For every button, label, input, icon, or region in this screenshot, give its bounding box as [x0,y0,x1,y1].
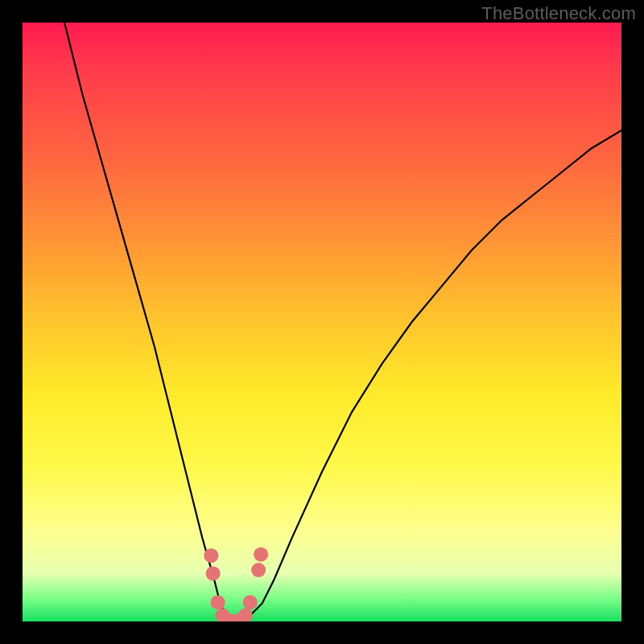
highlight-dot [243,595,258,609]
curve-layer [23,23,621,621]
plot-area [23,23,621,621]
highlight-dots [204,547,268,621]
chart-frame: TheBottleneck.com [0,0,644,644]
highlight-dot [254,547,268,562]
highlight-dot [211,595,225,609]
highlight-dot [251,563,266,577]
highlight-dot [206,566,221,580]
highlight-dot [204,548,218,563]
watermark-text: TheBottleneck.com [481,3,636,24]
bottleneck-curve [64,23,621,621]
highlight-dot [238,609,253,621]
